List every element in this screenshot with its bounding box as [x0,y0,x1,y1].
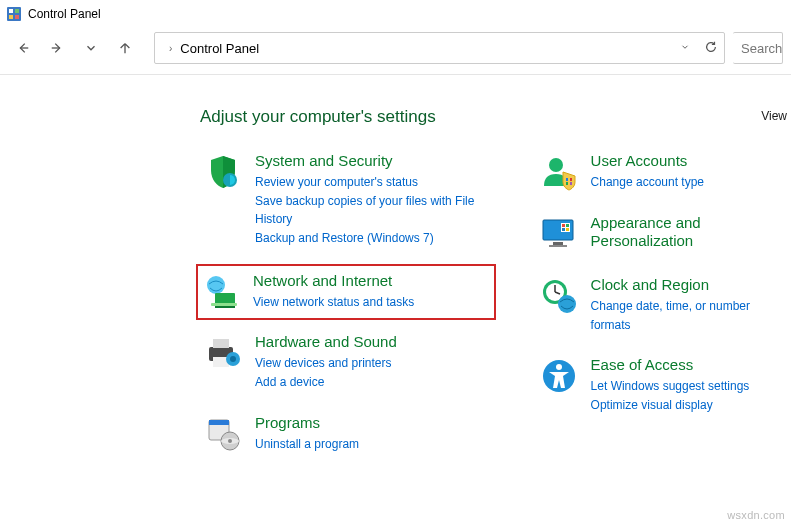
back-button[interactable] [8,33,38,63]
arrow-up-icon [118,41,132,55]
svg-rect-2 [15,9,19,13]
svg-rect-4 [15,15,19,19]
control-panel-icon [6,6,22,22]
search-placeholder: Search [741,41,782,56]
svg-rect-35 [553,242,563,245]
chevron-down-icon [84,41,98,55]
forward-button[interactable] [42,33,72,63]
category-link[interactable]: View devices and printers [255,354,397,373]
chevron-right-icon: › [169,43,172,54]
nav-row: › Control Panel Search [0,28,791,75]
recent-dropdown[interactable] [76,33,106,63]
svg-rect-3 [9,15,13,19]
category-title[interactable]: Network and Internet [253,272,414,290]
category-programs[interactable]: Programs Uninstall a program [200,411,496,457]
category-link[interactable]: Change date, time, or number formats [591,297,788,334]
svg-rect-23 [209,420,229,425]
page-heading: Adjust your computer's settings [200,107,791,127]
window-title: Control Panel [28,7,101,21]
category-hardware-sound[interactable]: Hardware and Sound View devices and prin… [200,330,496,394]
arrow-left-icon [16,41,30,55]
category-title[interactable]: Programs [255,414,359,432]
category-title[interactable]: Appearance and Personalization [591,214,788,250]
network-icon [201,272,241,312]
svg-rect-41 [566,228,569,231]
category-link[interactable]: Add a device [255,373,397,392]
category-link[interactable]: Uninstall a program [255,435,359,454]
category-clock-region[interactable]: Clock and Region Change date, time, or n… [536,273,791,337]
svg-point-46 [558,295,576,313]
user-icon [539,152,579,192]
svg-rect-32 [570,182,572,185]
right-column: User Accounts Change account type Appear… [536,149,791,473]
address-bar[interactable]: › Control Panel [154,32,725,64]
category-network-internet[interactable]: Network and Internet View network status… [196,264,496,320]
view-by-label[interactable]: View [761,109,787,123]
accessibility-icon [539,356,579,396]
category-user-accounts[interactable]: User Accounts Change account type [536,149,791,195]
watermark: wsxdn.com [727,509,785,521]
svg-rect-29 [566,178,568,181]
clock-icon [539,276,579,316]
main-content: Adjust your computer's settings View Sys… [0,75,791,473]
arrow-right-icon [50,41,64,55]
printer-icon [203,333,243,373]
programs-icon [203,414,243,454]
category-ease-of-access[interactable]: Ease of Access Let Windows suggest setti… [536,353,791,417]
shield-icon [203,152,243,192]
breadcrumb-location[interactable]: Control Panel [180,41,259,56]
svg-point-48 [556,364,562,370]
chevron-down-icon[interactable] [680,41,690,55]
category-link[interactable]: Change account type [591,173,704,192]
svg-rect-30 [570,178,572,181]
svg-point-28 [549,158,563,172]
category-link[interactable]: Let Windows suggest settings [591,377,750,396]
svg-rect-39 [566,224,569,227]
refresh-button[interactable] [704,40,718,57]
svg-rect-1 [9,9,13,13]
category-title[interactable]: System and Security [255,152,493,170]
left-column: System and Security Review your computer… [200,149,496,473]
svg-rect-31 [566,182,568,185]
svg-rect-40 [562,228,565,231]
svg-point-27 [228,439,232,443]
category-title[interactable]: Ease of Access [591,356,750,374]
category-link[interactable]: Optimize visual display [591,396,750,415]
category-title[interactable]: Hardware and Sound [255,333,397,351]
category-link[interactable]: Save backup copies of your files with Fi… [255,192,493,229]
search-input[interactable]: Search [733,32,783,64]
up-button[interactable] [110,33,140,63]
svg-rect-36 [549,245,567,247]
svg-point-21 [230,356,236,362]
monitor-icon [539,214,579,254]
category-system-security[interactable]: System and Security Review your computer… [200,149,496,250]
category-appearance[interactable]: Appearance and Personalization [536,211,791,257]
titlebar: Control Panel [0,0,791,28]
svg-rect-16 [211,303,237,306]
category-title[interactable]: Clock and Region [591,276,788,294]
category-link[interactable]: Review your computer's status [255,173,493,192]
svg-rect-18 [213,339,229,348]
category-title[interactable]: User Accounts [591,152,704,170]
svg-rect-38 [562,224,565,227]
category-link[interactable]: Backup and Restore (Windows 7) [255,229,493,248]
category-link[interactable]: View network status and tasks [253,293,414,312]
